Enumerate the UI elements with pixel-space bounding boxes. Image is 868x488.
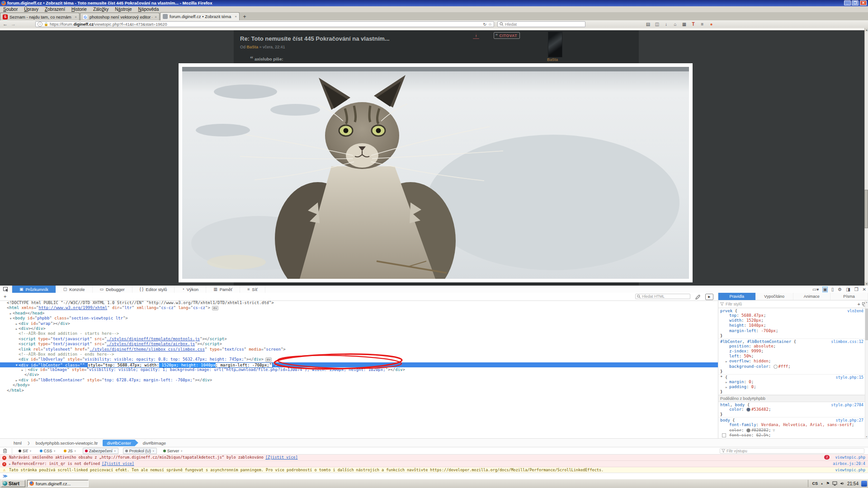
rule-selector[interactable]: prvek { [718,309,868,313]
scroll-up-icon[interactable]: ▲ [865,28,868,32]
devtool-tab-výkon[interactable]: ◔Výkon [175,286,206,293]
scroll-up-icon[interactable]: ▲ [865,300,868,304]
menu-item-nápověda[interactable]: Nápověda [135,6,162,12]
start-button[interactable]: Start [1,480,25,487]
markup-line-selected[interactable]: ▼<div id="lbCenter" class="" style="top:… [0,362,718,367]
console-filter-zabezpečení[interactable]: Zabezpečení▼ [83,448,118,454]
volume-icon[interactable] [840,481,844,486]
menu-item-záložky[interactable]: Záložky [90,6,112,12]
color-swatch-icon[interactable] [746,408,750,412]
markup-line[interactable]: <!--AIR-Box mod addition - starts here--… [0,331,718,336]
sidebar-icon[interactable]: ◫ [654,21,660,27]
expand-twisty-icon[interactable]: ▶ [726,385,729,389]
markup-line[interactable]: ▶<div></div> [0,326,718,331]
markup-view[interactable]: <!DOCTYPE html PUBLIC "-//W3C//DTD XHTML… [0,300,718,438]
console-filter-server[interactable]: Server▼ [161,448,184,454]
markup-line[interactable]: <html xmlns="http://www.w3.org/1999/xhtm… [0,305,718,310]
message-source-link[interactable]: viewtopic.php [835,455,865,460]
twisty-icon[interactable]: ▶ [9,311,13,316]
rule-declaration[interactable]: width: 1520px; [718,318,868,323]
dock-side-icon[interactable]: ◨ [846,287,850,292]
expand-twisty-icon[interactable]: ▶ [726,359,729,364]
rules-panel[interactable]: Filtr stylů + prvek {vloženétop: 5688.47… [718,300,868,438]
markup-line[interactable]: </html> [0,388,718,393]
rule-declaration[interactable]: height: 1040px; [718,323,868,328]
network-icon[interactable] [832,481,837,486]
expand-twisty-icon[interactable]: ▶ [9,462,11,465]
maximize-button[interactable]: ❒ [852,0,859,5]
markup-line[interactable]: <script type="text/javascript" src="./st… [0,342,718,347]
info-icon[interactable]: i [38,22,42,27]
pick-element-icon[interactable] [0,286,12,293]
tiles-icon[interactable]: ▦ [681,21,687,27]
responsive-mode-icon[interactable]: ▭▾ [812,287,819,292]
menu-item-zobrazení[interactable]: Zobrazení [42,6,68,12]
twisty-icon[interactable]: ▼ [14,362,19,367]
page-scrollbar[interactable]: ▲ ▼ [864,28,868,286]
rule-declaration[interactable]: left: 50%; [718,354,868,359]
console-message-error[interactable]: ✕▶ReferenceError: init_qr is not defined… [0,461,868,467]
sidebar-tab-animace[interactable]: Animace [793,293,831,300]
markup-line[interactable]: <!--AIR-Box mod addition - ends here--> [0,352,718,357]
sidebar-tab-pravidla[interactable]: Pravidla [718,293,756,300]
rules-scrollbar-thumb[interactable] [865,309,868,340]
avatar[interactable] [548,32,562,57]
console-filter-síť[interactable]: Síť▼ [17,448,33,454]
style-filter-input[interactable]: Filtr stylů + [718,300,868,308]
rule-declaration[interactable]: font-size: 10px; [718,438,868,438]
breadcrumb-item[interactable]: html [9,440,26,446]
rule-declaration[interactable]: top: 5688.47px; [718,313,868,318]
style-attribute-editbox[interactable]: style="top: 5688.47px; width: 1520px; he… [87,362,273,368]
markup-line[interactable]: <link rel="stylesheet" href="./styles/di… [0,347,718,352]
console-filter-js[interactable]: JS▼ [62,448,78,454]
sidebar-tab-vypočítáno[interactable]: Vypočítáno [756,293,793,300]
devtool-tab-průzkumník[interactable]: ▣Průzkumník [12,286,56,293]
twisty-icon[interactable]: ▶ [14,326,19,331]
post-author[interactable]: BaSta [247,45,259,49]
search-box[interactable]: Hledat [497,21,585,27]
text-icon[interactable]: T [690,21,696,27]
message-source-link[interactable]: airbox.js:20:4 [833,461,865,466]
markup-line[interactable]: <script type="text/javascript" src="./st… [0,337,718,342]
event-badge[interactable]: ev [212,306,218,310]
devtool-tab-paměť[interactable]: ▥Paměť [206,286,240,293]
markup-line[interactable]: </div> [0,372,718,377]
back-button[interactable]: ← [2,21,9,27]
dock-window-icon[interactable]: ❐ [854,287,859,292]
console-filter-css[interactable]: CSS▼ [38,448,57,454]
devtool-tab-editor stylů[interactable]: { }Editor stylů [132,286,175,293]
profile-icon[interactable]: ● [708,21,714,27]
rule-source-link[interactable]: style.php:2784 [831,403,863,407]
library-icon[interactable]: ▤ [645,21,651,27]
citovat-button[interactable]: “CITOVAT [494,32,520,39]
rule-declaration[interactable]: color: #828282;▽ [718,428,868,433]
bookmark-star-icon[interactable]: ☆ [488,22,492,27]
page-scrollbar-thumb[interactable] [864,190,868,228]
console-filter-protokol (u)[interactable]: Protokol (U)▼ [123,448,157,454]
twisty-icon[interactable]: ▶ [20,367,24,372]
markup-line[interactable]: </body> [0,383,718,388]
expand-twisty-icon[interactable]: ▶ [726,380,729,385]
close-devtools-icon[interactable]: ✕ [863,287,866,292]
rule-source-link[interactable]: style.php:27 [836,418,863,422]
tab-close-icon[interactable]: × [155,15,157,19]
event-badge[interactable]: ev [265,357,272,362]
tab-close-icon[interactable]: × [235,14,237,19]
devtool-tab-síť[interactable]: ≡Síť [240,286,265,293]
markup-line[interactable]: ▼<body id="phpbb" class="section-viewtop… [0,316,718,321]
twisty-icon[interactable]: ▼ [9,316,13,321]
menu-item-úpravy[interactable]: Úpravy [21,6,42,12]
clear-console-icon[interactable] [3,448,7,453]
url-bar[interactable]: i 🔒 https://forum.digineff.cz/viewtopic.… [35,21,494,27]
console-output-filter[interactable]: Filtr výstupu [720,448,864,454]
rule-source-link[interactable]: style.php:15 [836,375,863,380]
color-swatch-icon[interactable] [774,365,778,369]
menu-item-soubor[interactable]: Soubor [0,6,21,12]
language-indicator[interactable]: CS [812,481,818,486]
breadcrumb-item[interactable]: div#lbImage [138,440,170,446]
close-button[interactable]: ✕ [860,0,867,5]
devtool-tab-debugger[interactable]: ▭Debugger [93,286,132,293]
rule-source-link[interactable]: slimbox.css:12 [831,339,863,344]
html-search-input[interactable]: Hledat HTML [635,294,690,299]
add-rule-icon[interactable]: + [858,301,860,307]
